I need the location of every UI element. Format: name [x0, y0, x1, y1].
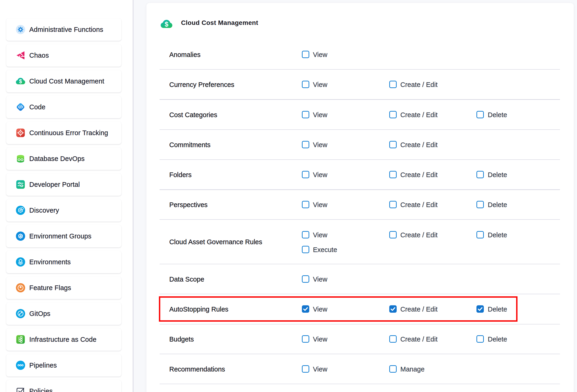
svg-text:$: $: [19, 78, 22, 84]
svg-text:$: $: [165, 21, 168, 28]
